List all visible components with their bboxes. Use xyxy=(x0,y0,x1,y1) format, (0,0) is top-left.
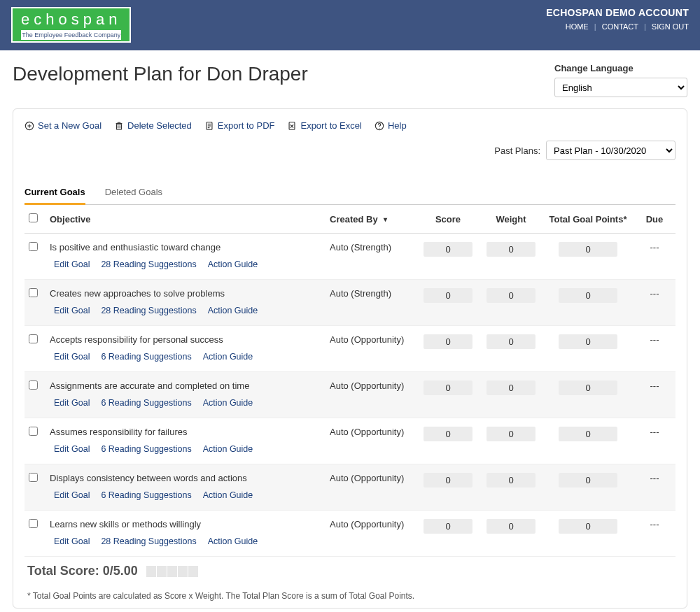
select-all-checkbox[interactable] xyxy=(29,213,38,222)
tab-current-goals[interactable]: Current Goals xyxy=(24,181,85,205)
objective-title: Assignments are accurate and completed o… xyxy=(50,380,321,391)
objective-title: Creates new approaches to solve problems xyxy=(50,288,321,299)
score-cell[interactable]: 0 xyxy=(424,519,472,534)
row-checkbox[interactable] xyxy=(29,242,38,251)
score-cell[interactable]: 0 xyxy=(424,288,472,303)
action-guide-link[interactable]: Action Guide xyxy=(203,444,253,454)
action-guide-link[interactable]: Action Guide xyxy=(208,259,258,269)
reading-suggestions-link[interactable]: 28 Reading Suggestions xyxy=(101,536,196,546)
svg-point-18 xyxy=(379,127,379,128)
weight-cell[interactable]: 0 xyxy=(486,380,536,395)
action-guide-link[interactable]: Action Guide xyxy=(203,398,253,408)
created-by-cell: Auto (Opportunity) xyxy=(326,326,416,372)
new-goal-button[interactable]: Set a New Goal xyxy=(24,120,102,131)
delete-selected-label: Delete Selected xyxy=(127,120,192,131)
action-guide-link[interactable]: Action Guide xyxy=(203,352,253,362)
weight-cell[interactable]: 0 xyxy=(486,288,536,303)
tgp-cell: 0 xyxy=(559,519,617,534)
reading-suggestions-link[interactable]: 6 Reading Suggestions xyxy=(101,352,191,362)
action-guide-link[interactable]: Action Guide xyxy=(208,536,258,546)
tgp-cell: 0 xyxy=(559,473,617,488)
weight-cell[interactable]: 0 xyxy=(486,427,536,441)
goals-table: Objective Created By▾ Score Weight Total… xyxy=(24,205,676,557)
excel-icon xyxy=(287,121,297,131)
logo-text: echospan xyxy=(21,12,121,27)
col-score[interactable]: Score xyxy=(416,205,479,234)
reading-suggestions-link[interactable]: 28 Reading Suggestions xyxy=(101,259,196,269)
col-created-by[interactable]: Created By▾ xyxy=(326,205,416,234)
table-row: Creates new approaches to solve problems… xyxy=(24,280,676,326)
due-cell: --- xyxy=(634,326,676,372)
col-total-goal-points[interactable]: Total Goal Points* xyxy=(542,205,634,234)
reading-suggestions-link[interactable]: 6 Reading Suggestions xyxy=(101,444,191,454)
weight-cell[interactable]: 0 xyxy=(486,334,536,349)
objective-title: Learns new skills or methods willingly xyxy=(50,519,321,529)
objective-title: Assumes responsibility for failures xyxy=(50,427,321,437)
total-score-row: Total Score: 0/5.00 xyxy=(24,557,676,585)
past-plans-row: Past Plans: Past Plan - 10/30/2020 xyxy=(24,141,676,160)
tab-deleted-goals[interactable]: Deleted Goals xyxy=(105,181,162,205)
row-checkbox[interactable] xyxy=(29,427,38,436)
edit-goal-link[interactable]: Edit Goal xyxy=(54,259,90,269)
help-icon xyxy=(374,121,384,131)
toolbar: Set a New Goal Delete Selected Export to… xyxy=(24,120,676,131)
row-checkbox[interactable] xyxy=(29,473,38,482)
logo-subtitle: The Employee Feedback Company xyxy=(21,31,121,38)
created-by-cell: Auto (Opportunity) xyxy=(326,418,416,464)
edit-goal-link[interactable]: Edit Goal xyxy=(54,306,90,315)
reading-suggestions-link[interactable]: 6 Reading Suggestions xyxy=(101,490,191,500)
contact-link[interactable]: CONTACT xyxy=(602,22,638,31)
help-button[interactable]: Help xyxy=(374,120,407,131)
signout-link[interactable]: SIGN OUT xyxy=(652,22,689,31)
header-links: HOME | CONTACT | SIGN OUT xyxy=(546,22,689,31)
weight-cell[interactable]: 0 xyxy=(486,242,536,257)
created-by-cell: Auto (Strength) xyxy=(326,234,416,280)
svg-rect-3 xyxy=(117,124,122,129)
due-cell: --- xyxy=(634,372,676,418)
table-row: Assignments are accurate and completed o… xyxy=(24,372,676,418)
objective-title: Is positive and enthusiastic toward chan… xyxy=(50,242,321,252)
col-objective[interactable]: Objective xyxy=(46,205,326,234)
total-score-label: Total Score: 0/5.00 xyxy=(27,564,138,578)
score-cell[interactable]: 0 xyxy=(424,473,472,488)
past-plans-select[interactable]: Past Plan - 10/30/2020 xyxy=(546,141,676,160)
reading-suggestions-link[interactable]: 6 Reading Suggestions xyxy=(101,398,191,408)
due-cell: --- xyxy=(634,234,676,280)
col-weight[interactable]: Weight xyxy=(479,205,542,234)
home-link[interactable]: HOME xyxy=(566,22,589,31)
export-excel-button[interactable]: Export to Excel xyxy=(287,120,361,131)
row-checkbox[interactable] xyxy=(29,288,38,297)
score-cell[interactable]: 0 xyxy=(424,334,472,349)
app-header: echospan The Employee Feedback Company E… xyxy=(0,0,700,50)
edit-goal-link[interactable]: Edit Goal xyxy=(54,398,90,408)
divider: | xyxy=(594,22,596,31)
row-checkbox[interactable] xyxy=(29,334,38,343)
col-due[interactable]: Due xyxy=(634,205,676,234)
language-selector: Change Language English xyxy=(554,63,687,97)
score-cell[interactable]: 0 xyxy=(424,242,472,257)
table-row: Displays consistency between words and a… xyxy=(24,464,676,511)
reading-suggestions-link[interactable]: 28 Reading Suggestions xyxy=(101,306,196,315)
tgp-cell: 0 xyxy=(559,427,617,441)
trash-icon xyxy=(114,121,124,131)
row-checkbox[interactable] xyxy=(29,380,38,390)
pdf-icon xyxy=(204,121,214,131)
score-cell[interactable]: 0 xyxy=(424,427,472,441)
export-pdf-button[interactable]: Export to PDF xyxy=(204,120,275,131)
tgp-cell: 0 xyxy=(559,288,617,303)
weight-cell[interactable]: 0 xyxy=(486,473,536,488)
action-guide-link[interactable]: Action Guide xyxy=(208,306,258,315)
edit-goal-link[interactable]: Edit Goal xyxy=(54,490,90,500)
action-guide-link[interactable]: Action Guide xyxy=(203,490,253,500)
language-select[interactable]: English xyxy=(554,78,687,97)
edit-goal-link[interactable]: Edit Goal xyxy=(54,536,90,546)
edit-goal-link[interactable]: Edit Goal xyxy=(54,444,90,454)
edit-goal-link[interactable]: Edit Goal xyxy=(54,352,90,362)
delete-selected-button[interactable]: Delete Selected xyxy=(114,120,192,131)
due-cell: --- xyxy=(634,418,676,464)
row-checkbox[interactable] xyxy=(29,519,38,528)
due-cell: --- xyxy=(634,511,676,557)
score-cell[interactable]: 0 xyxy=(424,380,472,395)
logo[interactable]: echospan The Employee Feedback Company xyxy=(11,7,131,43)
weight-cell[interactable]: 0 xyxy=(486,519,536,534)
